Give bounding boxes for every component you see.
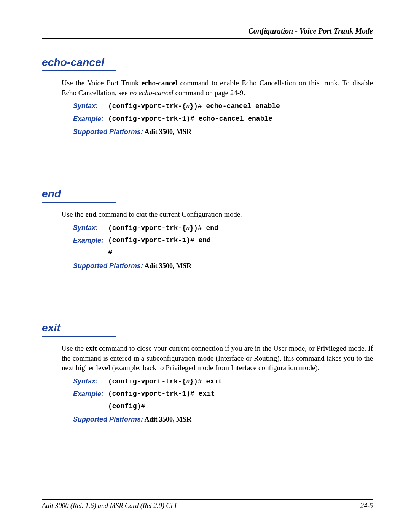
example-label: Example: (73, 389, 108, 398)
body-bold: echo-cancel (142, 79, 177, 87)
section-title: exit (42, 322, 373, 334)
body-post: command on page 24-9. (174, 89, 245, 97)
body-mid: command to exit the current Configuratio… (97, 210, 242, 218)
syntax-pre: (config-vport-trk-{ (108, 102, 186, 110)
platforms-label: Supported Platforms: (73, 128, 143, 136)
syntax-row: Syntax: (config-vport-trk-{n})# exit (73, 377, 373, 386)
syntax-var: n (186, 224, 190, 232)
syntax-label: Syntax: (73, 101, 108, 111)
body-bold: exit (86, 344, 97, 352)
title-underline (42, 336, 116, 337)
platforms-label: Supported Platforms: (73, 262, 143, 270)
body-bold: end (85, 210, 97, 218)
footer-left: Adit 3000 (Rel. 1.6) and MSR Card (Rel 2… (42, 502, 177, 510)
section-title: echo-cancel (42, 56, 373, 69)
body-pre: Use the (62, 344, 86, 352)
example-label: Example: (73, 114, 108, 123)
syntax-row: Syntax: (config-vport-trk-{n})# end (73, 223, 373, 233)
syntax-post: })# end (190, 224, 218, 232)
example-row-2: # (73, 248, 373, 257)
example-label: Example: (73, 236, 108, 245)
spec-block: Syntax: (config-vport-trk-{n})# end Exam… (73, 223, 373, 270)
footer-page-number: 24-5 (360, 502, 373, 510)
syntax-post: })# exit (190, 378, 222, 385)
syntax-var: n (186, 102, 190, 110)
platforms-row: Supported Platforms: Adit 3500, MSR (73, 415, 373, 424)
footer-rule (42, 499, 373, 500)
platforms-label: Supported Platforms: (73, 415, 143, 423)
header-rule (42, 38, 373, 39)
example-row: Example: (config-vport-trk-1)# end (73, 236, 373, 245)
example-label-blank (73, 248, 108, 257)
example-row: Example: (config-vport-trk-1)# exit (73, 389, 373, 398)
syntax-value: (config-vport-trk-{n})# echo-cancel enab… (108, 101, 280, 111)
section-title: end (42, 188, 373, 200)
section-body: Use the exit command to close your curre… (62, 343, 373, 424)
syntax-value: (config-vport-trk-{n})# end (108, 223, 218, 233)
platforms-row: Supported Platforms: Adit 3500, MSR (73, 261, 373, 270)
platforms-value: Adit 3500, MSR (143, 262, 191, 270)
page-footer: Adit 3000 (Rel. 1.6) and MSR Card (Rel 2… (42, 499, 373, 510)
syntax-value: (config-vport-trk-{n})# exit (108, 377, 223, 386)
title-underline (42, 202, 116, 203)
body-pre: Use the (62, 210, 85, 218)
section-echo-cancel: echo-cancel Use the Voice Port Trunk ech… (42, 56, 373, 136)
body-mid: command to close your current connection… (62, 344, 373, 372)
section-body: Use the Voice Port Trunk echo-cancel com… (62, 78, 373, 136)
section-end: end Use the end command to exit the curr… (42, 188, 373, 270)
body-paragraph: Use the exit command to close your curre… (62, 343, 373, 373)
section-exit: exit Use the exit command to close your … (42, 322, 373, 424)
example-value: (config-vport-trk-1)# end (108, 236, 211, 245)
syntax-label: Syntax: (73, 223, 108, 233)
syntax-pre: (config-vport-trk-{ (108, 224, 186, 232)
body-paragraph: Use the Voice Port Trunk echo-cancel com… (62, 78, 373, 97)
example-value-2: # (108, 248, 112, 257)
example-row-2: (config)# (73, 402, 373, 411)
example-value: (config-vport-trk-1)# exit (108, 389, 215, 398)
syntax-var: n (186, 377, 190, 385)
page-header-title: Configuration - Voice Port Trunk Mode (42, 27, 373, 35)
syntax-pre: (config-vport-trk-{ (108, 378, 186, 385)
example-value-2: (config)# (108, 402, 145, 411)
page: Configuration - Voice Port Trunk Mode ec… (0, 0, 411, 532)
platforms-value: Adit 3500, MSR (143, 128, 191, 136)
example-value: (config-vport-trk-1)# echo-cancel enable (108, 114, 272, 123)
body-pre: Use the Voice Port Trunk (62, 79, 142, 87)
spec-block: Syntax: (config-vport-trk-{n})# exit Exa… (73, 377, 373, 424)
body-paragraph: Use the end command to exit the current … (62, 209, 373, 219)
footer-row: Adit 3000 (Rel. 1.6) and MSR Card (Rel 2… (42, 502, 373, 510)
syntax-label: Syntax: (73, 377, 108, 386)
example-row: Example: (config-vport-trk-1)# echo-canc… (73, 114, 373, 123)
title-underline (42, 70, 116, 71)
spec-block: Syntax: (config-vport-trk-{n})# echo-can… (73, 101, 373, 136)
platforms-value: Adit 3500, MSR (143, 415, 191, 423)
syntax-post: })# echo-cancel enable (190, 102, 280, 110)
example-label-blank (73, 402, 108, 411)
syntax-row: Syntax: (config-vport-trk-{n})# echo-can… (73, 101, 373, 111)
body-ital: no echo-cancel (129, 89, 174, 97)
section-body: Use the end command to exit the current … (62, 209, 373, 270)
platforms-row: Supported Platforms: Adit 3500, MSR (73, 127, 373, 136)
